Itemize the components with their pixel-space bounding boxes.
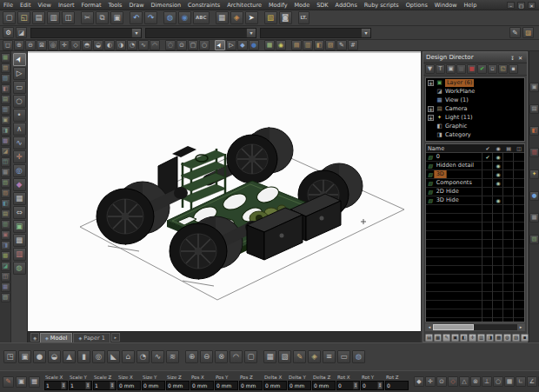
grid-tool-icon[interactable]: ▦: [13, 192, 26, 205]
scroll-thumb[interactable]: [433, 324, 474, 330]
dock-icon[interactable]: ▩: [1, 136, 10, 146]
pick-point-tool-icon[interactable]: ✛: [13, 150, 26, 163]
eye-cell[interactable]: ◉: [493, 196, 503, 204]
field-input[interactable]: 0 mm ↕: [215, 381, 238, 390]
save-icon[interactable]: ▤: [32, 11, 45, 24]
markup-icon[interactable]: ⊙: [176, 40, 187, 50]
dock-icon[interactable]: ▣: [1, 116, 10, 125]
eye-cell[interactable]: ◉: [493, 179, 503, 187]
dd-box-icon[interactable]: ▣: [446, 64, 456, 74]
visible-check-cell[interactable]: [482, 162, 493, 169]
menu-item[interactable]: SDK: [313, 0, 331, 10]
tab-model[interactable]: ◈ Model: [40, 333, 72, 342]
zoom-out-icon[interactable]: ⊖: [25, 40, 36, 50]
chevron-down-icon[interactable]: ▾: [131, 29, 141, 37]
snap-grid-icon[interactable]: ▦: [264, 40, 275, 50]
menu-item[interactable]: Window: [431, 0, 461, 10]
scroll-left-icon[interactable]: ◂: [426, 324, 433, 330]
spinner-icon[interactable]: ↕: [110, 382, 115, 389]
layer-tool-icon[interactable]: ▩: [495, 334, 502, 342]
expand-icon[interactable]: +: [428, 80, 434, 86]
loft-icon[interactable]: ≋: [166, 350, 179, 363]
layer-row[interactable]: ▧ Components ◉: [426, 179, 524, 188]
paste-icon[interactable]: ▣: [110, 11, 123, 24]
dock-icon[interactable]: ◧: [1, 199, 10, 209]
close-icon[interactable]: ✕: [528, 2, 536, 9]
dock-icon[interactable]: ▨: [1, 189, 10, 198]
prism-icon[interactable]: ⌂: [122, 350, 135, 363]
dock-icon[interactable]: ▤: [1, 209, 10, 219]
snap-intersect-toggle-icon[interactable]: ⊗: [470, 376, 481, 387]
close-icon[interactable]: ✕: [516, 55, 524, 61]
dock-icon[interactable]: ▦: [1, 53, 10, 63]
library-icon[interactable]: ▧: [264, 11, 277, 24]
print-cell[interactable]: [503, 170, 514, 178]
print-icon[interactable]: ▥: [47, 11, 60, 24]
dock-icon[interactable]: ◨: [1, 241, 10, 250]
chevron-down-icon[interactable]: ▾: [361, 29, 370, 37]
fillet-3d-icon[interactable]: ◠: [230, 350, 243, 363]
pan-icon[interactable]: ✛: [59, 40, 70, 50]
field-input[interactable]: 0 mm ↕: [288, 381, 311, 390]
view-right-icon[interactable]: ◑: [116, 40, 126, 50]
subtract-icon[interactable]: ⊖: [200, 350, 213, 363]
zoom-extents-icon[interactable]: ⊠: [37, 40, 47, 50]
snap-vertex-toggle-icon[interactable]: ◆: [414, 376, 424, 387]
dd-folder-icon[interactable]: ◱: [498, 64, 508, 74]
column-header-icon[interactable]: ▤: [503, 144, 514, 152]
lock-cell[interactable]: [514, 162, 524, 169]
material-tool-icon[interactable]: ▥: [13, 248, 26, 261]
menu-item[interactable]: Help: [460, 0, 480, 10]
maximize-icon[interactable]: □: [517, 2, 525, 9]
shell-icon[interactable]: ▢: [244, 350, 257, 363]
layer-row[interactable]: ▧ 2D Hide: [426, 188, 524, 196]
print-cell[interactable]: [503, 153, 514, 161]
drawing-canvas[interactable]: [28, 51, 421, 331]
render-icon[interactable]: ◍: [163, 11, 176, 24]
eye-cell[interactable]: ◉: [493, 170, 503, 178]
orbit-icon[interactable]: ◔: [127, 40, 137, 50]
layer-tool-icon[interactable]: ▤: [425, 334, 433, 342]
settings-gear-icon[interactable]: ⚙: [3, 27, 14, 38]
scroll-right-icon[interactable]: ▸: [517, 324, 524, 330]
tab-paper-1[interactable]: ◈ Paper 1: [73, 333, 110, 342]
snap-mid-toggle-icon[interactable]: ◇: [448, 376, 458, 387]
menu-item[interactable]: Tools: [104, 0, 125, 10]
copy-icon[interactable]: ⧉: [96, 11, 109, 24]
view-bottom-icon[interactable]: ◒: [93, 40, 103, 50]
expand-icon[interactable]: [428, 132, 434, 138]
field-input[interactable]: 0 ↕: [385, 381, 409, 390]
tree-item-category[interactable]: ◨ Category: [426, 130, 524, 139]
eye-cell[interactable]: [493, 188, 503, 196]
field-input[interactable]: 0 mm ↕: [312, 381, 336, 390]
layer-row[interactable]: ▧ 0 ✔ ◉: [426, 153, 524, 162]
polyline-tool-icon[interactable]: ∧: [13, 123, 26, 136]
print-cell[interactable]: [503, 196, 514, 204]
dock-icon[interactable]: ▩: [1, 251, 10, 261]
hatch-icon[interactable]: ▨: [325, 40, 336, 50]
zoom-in-icon[interactable]: ⊕: [14, 40, 24, 50]
column-header-icon[interactable]: ◉: [493, 144, 503, 152]
field-input[interactable]: 0 mm ↕: [190, 381, 214, 390]
spinner-icon[interactable]: ↕: [353, 382, 358, 389]
menu-item[interactable]: Insert: [55, 0, 78, 10]
dd-dark-icon[interactable]: ■: [456, 64, 466, 74]
tree-item-workplane[interactable]: ◪ WorkPlane: [426, 87, 524, 96]
material-preview-icon[interactable]: ▨: [522, 27, 534, 38]
intersect-icon[interactable]: ⊗: [215, 350, 228, 363]
spinner-icon[interactable]: ↕: [377, 382, 383, 389]
field-input[interactable]: 1 ↕: [44, 381, 68, 390]
box-3d-icon[interactable]: ▣: [18, 350, 31, 363]
hatch-3d-icon[interactable]: ▨: [278, 350, 291, 363]
column-header-icon[interactable]: ✔: [482, 144, 493, 152]
expand-icon[interactable]: [428, 123, 434, 130]
dock-icon[interactable]: ▦: [1, 168, 10, 177]
workplane-icon[interactable]: ◪: [16, 27, 27, 38]
menu-item[interactable]: Options: [403, 0, 431, 10]
visible-check-cell[interactable]: [482, 188, 493, 196]
cut-icon[interactable]: ✂: [81, 11, 94, 24]
rect-tool-icon[interactable]: ▭: [13, 81, 26, 94]
wedge-icon[interactable]: ◣: [107, 350, 120, 363]
dd-filter-icon[interactable]: ▼: [425, 64, 435, 74]
layer-tool-icon[interactable]: ▪: [521, 334, 529, 342]
